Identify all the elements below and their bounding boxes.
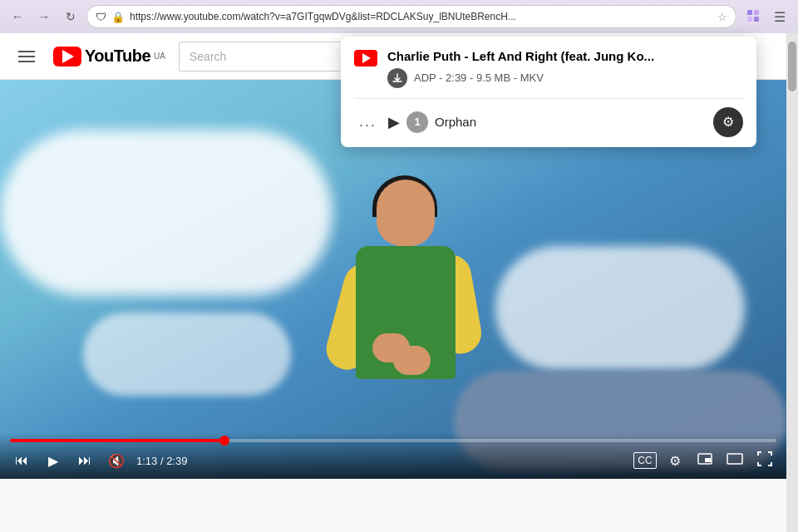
popup-youtube-logo — [354, 50, 377, 66]
search-placeholder: Search — [190, 50, 226, 63]
address-bar[interactable]: 🛡 🔒 https://www.youtube.com/watch?v=a7GI… — [86, 5, 736, 28]
popup-header: Charlie Puth - Left And Right (feat. Jun… — [354, 48, 743, 88]
hamburger-line — [18, 56, 35, 57]
settings-button[interactable]: ⚙ — [663, 449, 687, 472]
fullscreen-icon — [757, 451, 772, 470]
svg-rect-0 — [747, 10, 752, 15]
extensions-button[interactable] — [741, 5, 765, 28]
cloud1 — [0, 130, 332, 296]
youtube-logo[interactable]: YouTubeUA — [53, 47, 165, 66]
popup-meta-text: ADP - 2:39 - 9.5 MB - MKV — [414, 71, 544, 84]
back-button[interactable]: ← — [7, 6, 28, 27]
svg-rect-1 — [754, 10, 759, 15]
youtube-country-code: UA — [154, 52, 165, 61]
popup-track-name: Orphan — [435, 115, 707, 129]
scrollbar-thumb[interactable] — [788, 42, 796, 91]
youtube-logo-text: YouTube — [85, 47, 150, 66]
svg-rect-6 — [727, 454, 742, 464]
theater-icon — [727, 453, 743, 468]
popup-track-number: 1 — [406, 111, 428, 133]
person-head — [377, 180, 435, 246]
popup-download-icon — [387, 68, 407, 88]
person-hand-right — [393, 346, 431, 375]
skip-back-icon: ⏮ — [15, 453, 28, 468]
progress-bar[interactable] — [10, 439, 776, 442]
address-text: https://www.youtube.com/watch?v=a7GITgqw… — [130, 11, 712, 22]
popup-info: Charlie Puth - Left And Right (feat. Jun… — [387, 48, 654, 88]
download-popup: Charlie Puth - Left And Right (feat. Jun… — [341, 37, 756, 147]
mute-button[interactable]: 🔇 — [105, 449, 128, 472]
extensions-icon — [746, 8, 761, 26]
popup-meta: ADP - 2:39 - 9.5 MB - MKV — [387, 68, 654, 88]
cc-icon: CC — [638, 455, 652, 466]
popup-more-button[interactable]: ... — [354, 110, 382, 134]
cloud2 — [495, 246, 745, 371]
miniplayer-button[interactable] — [693, 449, 717, 472]
progress-played — [10, 439, 224, 442]
svg-rect-5 — [705, 458, 711, 462]
hamburger-button[interactable] — [13, 43, 40, 70]
svg-rect-3 — [754, 17, 759, 22]
settings-icon: ⚙ — [669, 453, 681, 469]
popup-gear-icon: ⚙ — [722, 114, 734, 130]
youtube-play-triangle — [62, 50, 74, 63]
cloud4 — [83, 313, 291, 396]
forward-button[interactable]: → — [33, 6, 55, 27]
fullscreen-button[interactable] — [753, 449, 776, 472]
youtube-logo-icon — [53, 47, 81, 66]
video-controls: ⏮ ▶ ⏭ 🔇 1:13 / 2:39 CC ⚙ — [0, 432, 786, 479]
skip-back-button[interactable]: ⏮ — [10, 449, 33, 472]
progress-dot — [219, 436, 229, 446]
hamburger-line — [18, 61, 35, 62]
svg-rect-2 — [747, 17, 752, 22]
controls-row: ⏮ ▶ ⏭ 🔇 1:13 / 2:39 CC ⚙ — [10, 449, 776, 472]
mute-icon: 🔇 — [108, 453, 125, 469]
controls-right: CC ⚙ — [633, 449, 776, 472]
skip-forward-button[interactable]: ⏭ — [73, 449, 96, 472]
bookmark-icon[interactable]: ☆ — [717, 11, 727, 23]
theater-button[interactable] — [723, 449, 746, 472]
hamburger-line — [18, 51, 35, 52]
popup-youtube-play — [362, 53, 371, 63]
popup-title: Charlie Puth - Left And Right (feat. Jun… — [387, 48, 654, 65]
lock-icon: 🔒 — [111, 11, 125, 23]
play-icon: ▶ — [48, 453, 58, 469]
shield-icon: 🛡 — [96, 11, 106, 23]
popup-youtube-icon — [354, 50, 377, 66]
scrollbar[interactable] — [786, 33, 798, 532]
browser-icons: ☰ — [741, 5, 791, 28]
time-display: 1:13 / 2:39 — [136, 455, 187, 467]
person-figure — [327, 180, 493, 446]
miniplayer-icon — [697, 453, 712, 468]
browser-chrome: ← → ↻ 🛡 🔒 https://www.youtube.com/watch?… — [0, 0, 798, 33]
reload-button[interactable]: ↻ — [60, 6, 81, 27]
menu-button[interactable]: ☰ — [768, 5, 791, 28]
popup-controls: ... ▶ 1 Orphan ⚙ — [354, 98, 743, 137]
popup-gear-button[interactable]: ⚙ — [713, 107, 743, 137]
skip-forward-icon: ⏭ — [78, 453, 91, 468]
cc-button[interactable]: CC — [633, 452, 657, 469]
play-button[interactable]: ▶ — [42, 449, 65, 472]
menu-icon: ☰ — [774, 9, 786, 25]
popup-play-button[interactable]: ▶ — [388, 113, 400, 131]
